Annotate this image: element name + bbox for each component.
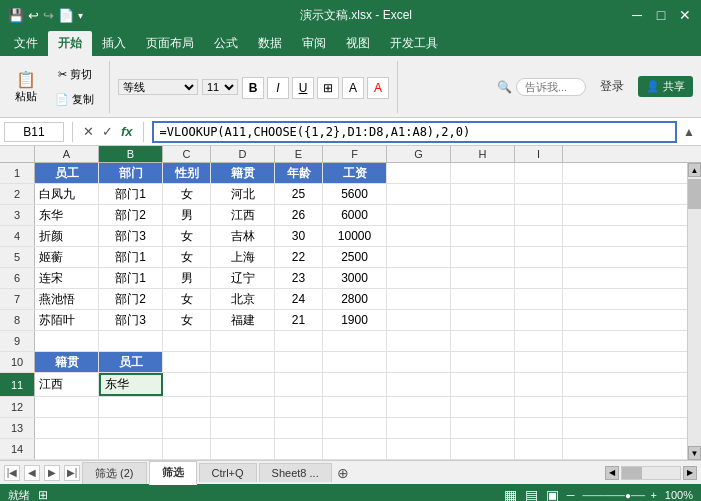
cell-f5[interactable]: 2500 <box>323 247 387 267</box>
cell-a13[interactable] <box>35 418 99 438</box>
cell-g14[interactable] <box>387 439 451 459</box>
add-sheet-button[interactable]: ⊕ <box>334 464 352 482</box>
cell-b9[interactable] <box>99 331 163 351</box>
new-doc-icon[interactable]: 📄 <box>58 8 74 23</box>
cell-e12[interactable] <box>275 397 323 417</box>
tab-home[interactable]: 开始 <box>48 31 92 56</box>
cell-b7[interactable]: 部门2 <box>99 289 163 309</box>
cell-g13[interactable] <box>387 418 451 438</box>
cell-f7[interactable]: 2800 <box>323 289 387 309</box>
minimize-button[interactable]: ─ <box>629 7 645 23</box>
cell-f1[interactable]: 工资 <box>323 163 387 183</box>
cell-h4[interactable] <box>451 226 515 246</box>
tab-data[interactable]: 数据 <box>248 31 292 56</box>
cell-g10[interactable] <box>387 352 451 372</box>
cell-h10[interactable] <box>451 352 515 372</box>
cell-e5[interactable]: 22 <box>275 247 323 267</box>
col-header-d[interactable]: D <box>211 146 275 162</box>
cell-e14[interactable] <box>275 439 323 459</box>
cell-c4[interactable]: 女 <box>163 226 211 246</box>
col-header-e[interactable]: E <box>275 146 323 162</box>
cell-b12[interactable] <box>99 397 163 417</box>
cell-f6[interactable]: 3000 <box>323 268 387 288</box>
cancel-formula-icon[interactable]: ✕ <box>81 124 96 139</box>
cell-e9[interactable] <box>275 331 323 351</box>
close-button[interactable]: ✕ <box>677 7 693 23</box>
tab-developer[interactable]: 开发工具 <box>380 31 448 56</box>
h-scroll-track[interactable] <box>621 466 681 480</box>
col-header-b[interactable]: B <box>99 146 163 162</box>
bold-button[interactable]: B <box>242 77 264 99</box>
cell-c5[interactable]: 女 <box>163 247 211 267</box>
cell-h11[interactable] <box>451 373 515 396</box>
cell-c9[interactable] <box>163 331 211 351</box>
zoom-out-icon[interactable]: ─ <box>567 489 575 501</box>
cell-c11[interactable] <box>163 373 211 396</box>
cell-a2[interactable]: 白凤九 <box>35 184 99 204</box>
formula-input[interactable]: =VLOOKUP(A11,CHOOSE({1,2},D1:D8,A1:A8),2… <box>152 121 678 143</box>
cell-g3[interactable] <box>387 205 451 225</box>
col-header-a[interactable]: A <box>35 146 99 162</box>
col-header-i[interactable]: I <box>515 146 563 162</box>
cell-i14[interactable] <box>515 439 563 459</box>
h-scroll-thumb[interactable] <box>622 467 642 479</box>
cell-h8[interactable] <box>451 310 515 330</box>
cell-f3[interactable]: 6000 <box>323 205 387 225</box>
fill-color-button[interactable]: A <box>342 77 364 99</box>
underline-button[interactable]: U <box>292 77 314 99</box>
tab-first-button[interactable]: |◀ <box>4 465 20 481</box>
cell-b8[interactable]: 部门3 <box>99 310 163 330</box>
cell-i6[interactable] <box>515 268 563 288</box>
cell-c13[interactable] <box>163 418 211 438</box>
scroll-down-button[interactable]: ▼ <box>688 446 701 460</box>
cell-b13[interactable] <box>99 418 163 438</box>
name-box[interactable]: B11 <box>4 122 64 142</box>
cell-g7[interactable] <box>387 289 451 309</box>
cell-i13[interactable] <box>515 418 563 438</box>
col-header-g[interactable]: G <box>387 146 451 162</box>
cell-a10[interactable]: 籍贯 <box>35 352 99 372</box>
col-header-h[interactable]: H <box>451 146 515 162</box>
cell-f11[interactable] <box>323 373 387 396</box>
cell-f4[interactable]: 10000 <box>323 226 387 246</box>
cell-c2[interactable]: 女 <box>163 184 211 204</box>
sheet-tab-filter[interactable]: 筛选 <box>149 461 197 485</box>
cell-h5[interactable] <box>451 247 515 267</box>
cell-f2[interactable]: 5600 <box>323 184 387 204</box>
cell-d10[interactable] <box>211 352 275 372</box>
scroll-thumb[interactable] <box>688 179 701 209</box>
cell-a1[interactable]: 员工 <box>35 163 99 183</box>
cell-d4[interactable]: 吉林 <box>211 226 275 246</box>
border-button[interactable]: ⊞ <box>317 77 339 99</box>
cell-b2[interactable]: 部门1 <box>99 184 163 204</box>
cell-e7[interactable]: 24 <box>275 289 323 309</box>
sheet-tab-filter2[interactable]: 筛选 (2) <box>82 462 147 484</box>
view-layout-icon[interactable]: ▤ <box>525 487 538 501</box>
cell-g8[interactable] <box>387 310 451 330</box>
cell-a6[interactable]: 连宋 <box>35 268 99 288</box>
cell-e6[interactable]: 23 <box>275 268 323 288</box>
paste-button[interactable]: 📋 粘贴 <box>8 67 44 107</box>
cell-g4[interactable] <box>387 226 451 246</box>
cell-g11[interactable] <box>387 373 451 396</box>
cell-d7[interactable]: 北京 <box>211 289 275 309</box>
font-family-select[interactable]: 等线 <box>118 79 198 95</box>
cell-a4[interactable]: 折颜 <box>35 226 99 246</box>
italic-button[interactable]: I <box>267 77 289 99</box>
cell-e11[interactable] <box>275 373 323 396</box>
cell-a12[interactable] <box>35 397 99 417</box>
font-color-button[interactable]: A <box>367 77 389 99</box>
cell-b10[interactable]: 员工 <box>99 352 163 372</box>
redo-icon[interactable]: ↪ <box>43 8 54 23</box>
cell-f8[interactable]: 1900 <box>323 310 387 330</box>
cell-i8[interactable] <box>515 310 563 330</box>
cell-h3[interactable] <box>451 205 515 225</box>
cell-d9[interactable] <box>211 331 275 351</box>
cell-h14[interactable] <box>451 439 515 459</box>
cell-i10[interactable] <box>515 352 563 372</box>
cell-b4[interactable]: 部门3 <box>99 226 163 246</box>
cell-g6[interactable] <box>387 268 451 288</box>
tab-next-button[interactable]: ▶ <box>44 465 60 481</box>
cell-d6[interactable]: 辽宁 <box>211 268 275 288</box>
cell-d1[interactable]: 籍贯 <box>211 163 275 183</box>
